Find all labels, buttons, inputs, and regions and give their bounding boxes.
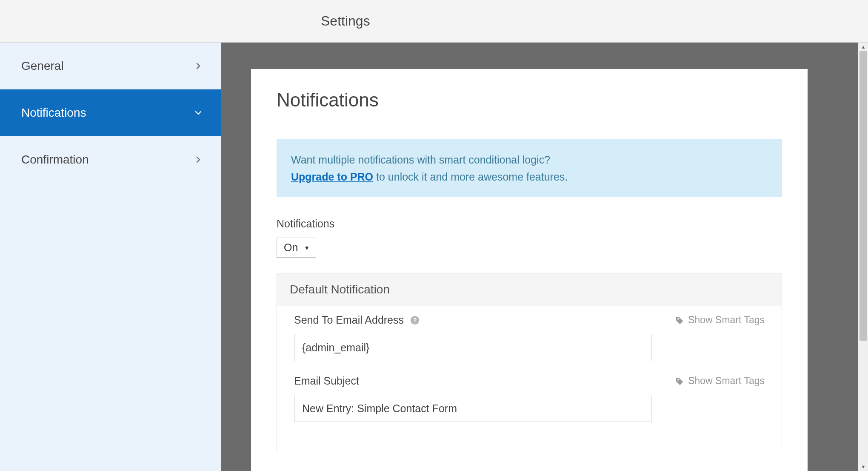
panel-title: Notifications [277,89,782,111]
notification-block-title: Default Notification [277,273,782,306]
tags-icon [675,316,685,325]
notifications-toggle-field: Notifications On ▼ [277,218,782,258]
svg-text:?: ? [413,316,417,323]
sidebar-item-label: Confirmation [21,153,89,167]
show-smart-tags-link[interactable]: Show Smart Tags [675,375,765,387]
scroll-up-arrow-icon[interactable]: ▲ [858,43,868,51]
page-title: Settings [321,13,370,29]
sidebar-item-notifications[interactable]: Notifications [0,89,221,136]
email-subject-input[interactable] [294,395,651,422]
field-label-text: Email Subject [294,375,359,387]
send-to-email-row: Send To Email Address ? Show Smart Tags [294,314,765,361]
chevron-right-icon [193,154,204,165]
scroll-down-arrow-icon[interactable]: ▼ [858,462,868,471]
promo-text-after: to unlock it and more awesome features. [373,171,568,183]
notifications-toggle-select[interactable]: On ▼ [277,238,316,258]
caret-down-icon: ▼ [304,244,310,251]
vertical-scrollbar[interactable]: ▲ ▼ [858,43,868,471]
svg-point-3 [677,379,679,380]
notifications-panel: Notifications Want multiple notification… [251,69,808,471]
smart-tags-label: Show Smart Tags [688,375,765,387]
main-area: Notifications Want multiple notification… [221,43,868,471]
promo-text-before: Want multiple notifications with smart c… [291,154,550,166]
notifications-toggle-label: Notifications [277,218,782,230]
select-value: On [284,241,298,254]
send-to-email-label: Send To Email Address ? [294,314,420,326]
svg-point-2 [677,318,679,319]
scroll-thumb[interactable] [859,51,867,341]
chevron-down-icon [193,107,204,118]
smart-tags-label: Show Smart Tags [688,314,765,326]
email-subject-label: Email Subject [294,375,359,387]
sidebar-item-general[interactable]: General [0,43,221,89]
divider [277,122,782,122]
sidebar-item-label: General [21,59,64,73]
email-subject-row: Email Subject Show Smart Tags [294,375,765,422]
tags-icon [675,376,685,386]
send-to-email-input[interactable] [294,334,651,361]
show-smart-tags-link[interactable]: Show Smart Tags [675,314,765,326]
chevron-right-icon [193,60,204,72]
default-notification-block: Default Notification Send To Email Addre… [277,273,782,453]
help-icon[interactable]: ? [410,315,420,325]
sidebar-item-label: Notifications [21,106,86,120]
settings-sidebar: General Notifications Confirmation [0,43,221,471]
sidebar-item-confirmation[interactable]: Confirmation [0,136,221,183]
settings-header: Settings [0,0,868,43]
field-label-text: Send To Email Address [294,314,404,326]
upgrade-to-pro-link[interactable]: Upgrade to PRO [291,171,373,183]
upgrade-promo: Want multiple notifications with smart c… [277,139,782,197]
